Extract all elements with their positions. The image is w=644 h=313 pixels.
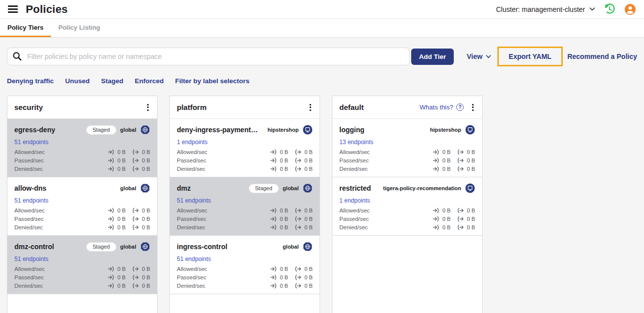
tab-policy-tiers[interactable]: Policy Tiers — [0, 19, 51, 37]
policy-scope-label: global — [120, 244, 136, 250]
export-yaml-button[interactable]: Export YAML — [509, 52, 551, 60]
metric-label: Passed/sec — [14, 157, 44, 163]
egress-metric: 0 B — [457, 224, 475, 230]
egress-value: 0 B — [142, 224, 150, 230]
egress-icon — [132, 157, 139, 163]
ingress-metric: 0 B — [270, 216, 288, 222]
egress-value: 0 B — [142, 149, 150, 155]
metric-row-passed-sec: Passed/sec0 B0 B — [177, 274, 313, 280]
egress-value: 0 B — [142, 166, 150, 172]
quick-filter-denying-traffic[interactable]: Denying traffic — [7, 77, 54, 85]
endpoints-link[interactable]: 51 endpoints — [14, 256, 49, 262]
tab-policy-listing[interactable]: Policy Listing — [51, 19, 108, 37]
staged-badge: Staged — [86, 242, 116, 252]
quick-filter-filter-by-label-selectors[interactable]: Filter by label selectors — [175, 77, 250, 85]
metric-values: 0 B0 B — [270, 224, 313, 230]
ingress-value: 0 B — [117, 208, 126, 213]
endpoints-link[interactable]: 51 endpoints — [14, 139, 49, 146]
egress-icon — [132, 274, 139, 280]
policy-scope-label: tigera-policy-recommendation — [383, 185, 461, 191]
metric-row-allowed-sec: Allowed/sec0 B0 B — [14, 149, 150, 155]
policy-title-row: egress-denyStagedglobal — [14, 123, 150, 136]
policy-title-row: deny-ingress-paymentservi…hipstershop — [177, 123, 313, 136]
endpoints-link[interactable]: 51 endpoints — [177, 256, 211, 262]
history-icon[interactable] — [604, 3, 615, 15]
policy-card-ingress-control[interactable]: ingress-controlglobal51 endpointsAllowed… — [170, 236, 320, 294]
endpoints-link[interactable]: 1 endpoints — [177, 139, 208, 146]
ingress-metric: 0 B — [270, 224, 288, 230]
egress-value: 0 B — [467, 216, 475, 222]
egress-metric: 0 B — [457, 216, 475, 222]
egress-value: 0 B — [467, 149, 475, 155]
policy-card-restricted[interactable]: restrictedtigera-policy-recommendation1 … — [332, 177, 482, 236]
egress-metric: 0 B — [294, 224, 313, 230]
global-icon — [140, 242, 150, 252]
egress-value: 0 B — [467, 157, 475, 163]
avatar-icon[interactable] — [624, 3, 636, 15]
metric-row-allowed-sec: Allowed/sec0 B0 B — [177, 149, 313, 155]
policy-card-logging[interactable]: logginghipstershop13 endpointsAllowed/se… — [332, 119, 482, 177]
metric-values: 0 B0 B — [432, 208, 475, 213]
endpoints-link[interactable]: 13 endpoints — [339, 139, 374, 146]
egress-value: 0 B — [304, 216, 313, 222]
quick-filter-enforced[interactable]: Enforced — [135, 77, 164, 85]
egress-icon — [294, 149, 302, 155]
metric-label: Denied/sec — [339, 224, 368, 230]
egress-value: 0 B — [142, 283, 150, 289]
egress-icon — [132, 208, 139, 213]
add-tier-button[interactable]: Add Tier — [411, 49, 454, 65]
metric-values: 0 B0 B — [270, 274, 313, 280]
tier-name: default — [339, 103, 364, 111]
endpoints-link[interactable]: 1 endpoints — [339, 197, 370, 204]
egress-icon — [294, 166, 302, 172]
egress-value: 0 B — [304, 166, 313, 172]
metric-values: 0 B0 B — [270, 283, 313, 289]
egress-icon — [457, 216, 464, 222]
cluster-selector-label: Cluster: management-cluster — [496, 5, 585, 13]
recommend-policy-button[interactable]: Recommend a Policy — [567, 52, 637, 60]
search-input[interactable] — [7, 48, 410, 65]
whats-this-link[interactable]: Whats this?? — [420, 104, 464, 111]
egress-metric: 0 B — [132, 224, 150, 230]
metric-label: Passed/sec — [177, 216, 206, 222]
ingress-value: 0 B — [442, 166, 451, 172]
quick-filter-unused[interactable]: Unused — [65, 77, 90, 85]
egress-value: 0 B — [304, 208, 313, 213]
policy-scope-label: global — [120, 127, 136, 133]
policy-card-dmz-control[interactable]: dmz-controlStagedglobal51 endpointsAllow… — [7, 236, 157, 294]
quick-filter-staged[interactable]: Staged — [101, 77, 123, 85]
ingress-value: 0 B — [280, 149, 288, 155]
tier-column-default: defaultWhats this??logginghipstershop13 … — [332, 96, 483, 313]
egress-metric: 0 B — [294, 149, 313, 155]
policy-card-egress-deny[interactable]: egress-denyStagedglobal51 endpointsAllow… — [7, 119, 157, 177]
tier-kebab-icon[interactable] — [470, 103, 476, 112]
ingress-value: 0 B — [280, 208, 288, 213]
policy-name: restricted — [339, 184, 371, 192]
policy-name: deny-ingress-paymentservi… — [177, 126, 260, 134]
tier-kebab-icon[interactable] — [145, 103, 151, 112]
hamburger-menu-icon[interactable] — [8, 5, 18, 13]
egress-value: 0 B — [142, 208, 150, 213]
ingress-value: 0 B — [442, 149, 451, 155]
cluster-selector[interactable]: Cluster: management-cluster — [496, 5, 595, 13]
endpoints-link[interactable]: 51 endpoints — [177, 197, 211, 204]
policy-card-dmz[interactable]: dmzStagedglobal51 endpointsAllowed/sec0 … — [170, 177, 320, 236]
metric-values: 0 B0 B — [432, 224, 475, 230]
ingress-metric: 0 B — [432, 208, 451, 213]
tier-kebab-icon[interactable] — [307, 103, 314, 112]
policy-card-deny-ingress-paymentservi[interactable]: deny-ingress-paymentservi…hipstershop1 e… — [170, 119, 320, 177]
endpoints-link[interactable]: 51 endpoints — [14, 197, 49, 204]
policy-card-allow-dns[interactable]: allow-dnsglobal51 endpointsAllowed/sec0 … — [7, 177, 157, 236]
metric-label: Denied/sec — [14, 283, 43, 289]
ingress-metric: 0 B — [107, 216, 126, 222]
view-dropdown[interactable]: View — [467, 52, 491, 60]
ingress-value: 0 B — [280, 266, 288, 272]
metric-label: Denied/sec — [177, 224, 206, 230]
egress-icon — [294, 266, 302, 272]
ingress-value: 0 B — [117, 157, 126, 163]
metric-values: 0 B0 B — [107, 266, 150, 272]
tab-bar: Policy TiersPolicy Listing — [0, 19, 644, 38]
tier-name: platform — [177, 103, 207, 111]
egress-value: 0 B — [467, 208, 475, 213]
ingress-metric: 0 B — [270, 266, 288, 272]
